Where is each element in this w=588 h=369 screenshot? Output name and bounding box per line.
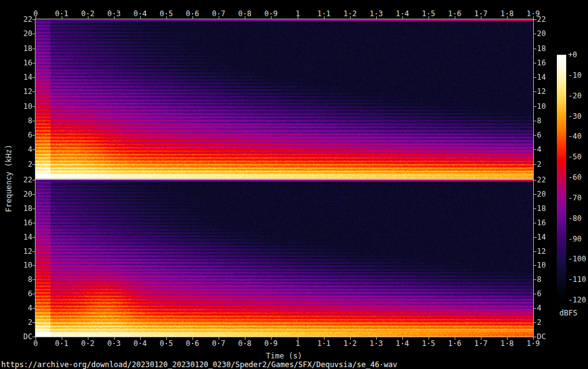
freq-tick-left	[32, 223, 35, 223]
freq-tick-left	[32, 180, 35, 180]
freq-tick-left	[32, 19, 35, 20]
freq-tick-label-right: 20	[537, 30, 562, 37]
freq-tick-right	[534, 63, 536, 63]
time-tick-label-top: 1·8	[495, 10, 519, 17]
freq-tick-label-left: 4	[7, 146, 32, 153]
freq-tick-label-left: 2	[7, 161, 32, 168]
freq-tick-label-left: 18	[7, 205, 32, 212]
time-tick-label-bottom: 1·3	[364, 340, 389, 347]
freq-tick-label-left: 16	[7, 219, 32, 227]
time-tick-label-top: 1·1	[311, 10, 336, 17]
freq-tick-label-right: 20	[537, 190, 562, 198]
freq-tick-label-left: 8	[7, 117, 32, 124]
footer-url: https://archive·org/download/20230120_20…	[1, 361, 397, 368]
spectrogram-panel-channel1	[36, 19, 533, 179]
freq-tick-left	[32, 77, 35, 78]
colorbar-tick-label: -20	[568, 92, 588, 100]
time-tick-label-bottom: 0·1	[49, 340, 74, 347]
freq-tick-label-left: 4	[7, 304, 32, 312]
freq-tick-left	[32, 294, 35, 294]
freq-tick-right	[534, 322, 536, 323]
freq-tick-label-right: 8	[537, 117, 562, 124]
time-tick-label-bottom: 0·8	[232, 340, 257, 347]
time-tick-label-bottom: 0·4	[128, 340, 153, 347]
time-tick-label-top: 1·7	[468, 10, 493, 17]
freq-tick-label-right: DC	[537, 333, 562, 340]
freq-tick-right	[534, 308, 536, 309]
colorbar-tick-label: -70	[568, 194, 588, 202]
freq-tick-label-left: 6	[7, 290, 32, 297]
freq-tick-right	[534, 19, 536, 20]
freq-tick-label-right: 14	[537, 233, 562, 241]
freq-tick-left	[32, 63, 35, 63]
freq-tick-label-right: 2	[537, 161, 562, 168]
time-tick-label-bottom: 0·5	[154, 340, 179, 347]
freq-tick-label-right: 12	[537, 248, 562, 255]
time-tick-label-top: 0·1	[49, 10, 74, 17]
freq-tick-label-right: 16	[537, 219, 562, 227]
freq-tick-left	[32, 49, 35, 49]
freq-tick-left	[32, 149, 35, 150]
freq-tick-label-left: 20	[7, 190, 32, 198]
colorbar-tick-label: -50	[568, 153, 588, 161]
time-tick-label-top: 1	[285, 10, 310, 17]
freq-tick-right	[534, 121, 536, 121]
time-tick-label-top: 0·9	[258, 10, 283, 17]
colorbar-tick-label: -30	[568, 113, 588, 120]
freq-tick-left	[32, 34, 35, 34]
freq-tick-right	[534, 337, 536, 337]
freq-tick-left	[32, 322, 35, 323]
freq-tick-right	[534, 135, 536, 136]
time-tick-label-top: 0·7	[206, 10, 231, 17]
freq-tick-label-right: 16	[537, 59, 562, 67]
freq-tick-left	[32, 251, 35, 252]
freq-tick-right	[534, 237, 536, 238]
freq-tick-label-left: 22	[7, 176, 32, 184]
time-tick-label-top: 0·6	[180, 10, 205, 17]
freq-tick-left	[32, 337, 35, 337]
freq-tick-left	[32, 237, 35, 238]
freq-tick-left	[32, 208, 35, 209]
freq-tick-left	[32, 135, 35, 136]
freq-tick-right	[534, 265, 536, 266]
freq-tick-label-right: 6	[537, 131, 562, 139]
freq-tick-label-right: 14	[537, 73, 562, 81]
time-tick-label-bottom: 1·2	[338, 340, 363, 347]
freq-tick-label-right: 4	[537, 146, 562, 153]
freq-tick-label-right: 22	[537, 176, 562, 184]
freq-tick-label-right: 12	[537, 88, 562, 95]
time-tick-label-top: 1·2	[338, 10, 363, 17]
time-tick-label-bottom: 1·4	[390, 340, 415, 347]
colorbar-tick-label: -80	[568, 215, 588, 222]
colorbar-tick-label: +0	[568, 51, 588, 58]
freq-tick-label-left: 8	[7, 276, 32, 283]
freq-tick-label-left: DC	[7, 333, 32, 340]
freq-tick-label-right: 10	[537, 261, 562, 269]
colorbar-unit-label: dBFS	[559, 309, 577, 317]
time-tick-label-top: 1·4	[390, 10, 415, 17]
freq-tick-label-right: 18	[537, 45, 562, 52]
spectrogram-view: Frequency (kHz) Time (s) dBFS 000·10·10·…	[0, 0, 588, 369]
time-tick-label-top: 1·3	[364, 10, 389, 17]
freq-tick-right	[534, 149, 536, 150]
time-tick-label-top: 0·5	[154, 10, 179, 17]
freq-tick-label-right: 22	[537, 16, 562, 23]
time-tick-label-top: 0·4	[128, 10, 153, 17]
colorbar-tick-label: -100	[568, 255, 588, 263]
time-tick-label-bottom: 1·5	[416, 340, 441, 347]
x-axis-title: Time (s)	[259, 352, 309, 360]
freq-tick-right	[534, 279, 536, 280]
time-tick-label-top: 0·3	[102, 10, 126, 17]
freq-tick-label-left: 18	[7, 45, 32, 52]
freq-tick-label-left: 10	[7, 261, 32, 269]
time-tick-label-bottom: 0·2	[75, 340, 100, 347]
freq-tick-left	[32, 265, 35, 266]
freq-tick-right	[534, 180, 536, 180]
time-tick-label-bottom: 1	[285, 340, 310, 347]
freq-tick-label-left: 12	[7, 248, 32, 255]
freq-tick-left	[32, 164, 35, 165]
colorbar-tick-label: -110	[568, 276, 588, 283]
freq-tick-right	[534, 34, 536, 34]
freq-tick-label-right: 2	[537, 319, 562, 326]
freq-tick-label-left: 12	[7, 88, 32, 95]
